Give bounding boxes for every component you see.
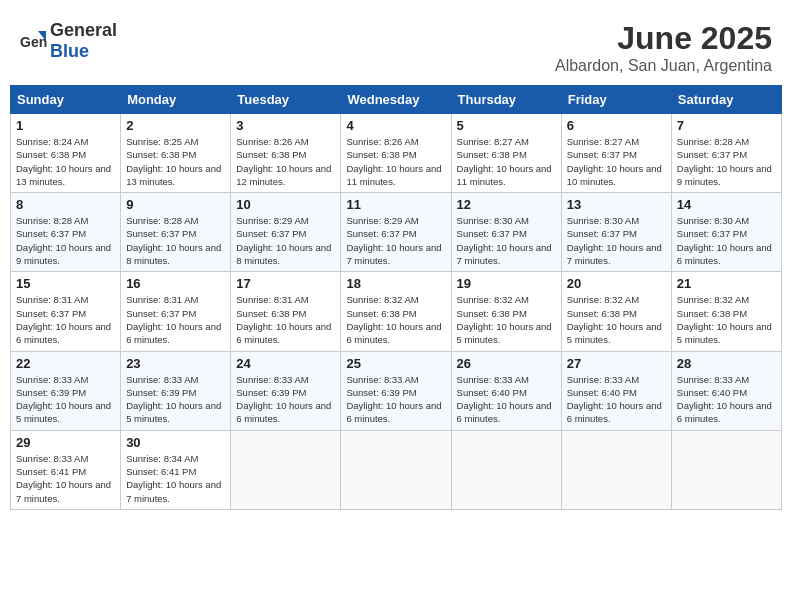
calendar-week-row: 8Sunrise: 8:28 AMSunset: 6:37 PMDaylight… [11, 193, 782, 272]
day-number: 27 [567, 356, 666, 371]
day-info: Sunrise: 8:33 AMSunset: 6:40 PMDaylight:… [457, 373, 556, 426]
table-row: 28Sunrise: 8:33 AMSunset: 6:40 PMDayligh… [671, 351, 781, 430]
calendar-table: Sunday Monday Tuesday Wednesday Thursday… [10, 85, 782, 510]
header-row: Sunday Monday Tuesday Wednesday Thursday… [11, 86, 782, 114]
day-number: 12 [457, 197, 556, 212]
day-number: 13 [567, 197, 666, 212]
calendar-title: June 2025 [555, 20, 772, 57]
day-info: Sunrise: 8:33 AMSunset: 6:39 PMDaylight:… [16, 373, 115, 426]
table-row: 13Sunrise: 8:30 AMSunset: 6:37 PMDayligh… [561, 193, 671, 272]
table-row: 21Sunrise: 8:32 AMSunset: 6:38 PMDayligh… [671, 272, 781, 351]
table-row: 22Sunrise: 8:33 AMSunset: 6:39 PMDayligh… [11, 351, 121, 430]
day-info: Sunrise: 8:33 AMSunset: 6:39 PMDaylight:… [126, 373, 225, 426]
day-info: Sunrise: 8:30 AMSunset: 6:37 PMDaylight:… [457, 214, 556, 267]
day-info: Sunrise: 8:31 AMSunset: 6:38 PMDaylight:… [236, 293, 335, 346]
day-info: Sunrise: 8:32 AMSunset: 6:38 PMDaylight:… [567, 293, 666, 346]
day-number: 18 [346, 276, 445, 291]
table-row: 23Sunrise: 8:33 AMSunset: 6:39 PMDayligh… [121, 351, 231, 430]
table-row [561, 430, 671, 509]
table-row: 27Sunrise: 8:33 AMSunset: 6:40 PMDayligh… [561, 351, 671, 430]
day-number: 8 [16, 197, 115, 212]
day-number: 14 [677, 197, 776, 212]
day-info: Sunrise: 8:28 AMSunset: 6:37 PMDaylight:… [677, 135, 776, 188]
day-number: 17 [236, 276, 335, 291]
day-info: Sunrise: 8:33 AMSunset: 6:41 PMDaylight:… [16, 452, 115, 505]
day-info: Sunrise: 8:32 AMSunset: 6:38 PMDaylight:… [457, 293, 556, 346]
table-row [671, 430, 781, 509]
day-number: 6 [567, 118, 666, 133]
calendar-subtitle: Albardon, San Juan, Argentina [555, 57, 772, 75]
table-row: 14Sunrise: 8:30 AMSunset: 6:37 PMDayligh… [671, 193, 781, 272]
table-row: 2Sunrise: 8:25 AMSunset: 6:38 PMDaylight… [121, 114, 231, 193]
day-number: 28 [677, 356, 776, 371]
day-info: Sunrise: 8:24 AMSunset: 6:38 PMDaylight:… [16, 135, 115, 188]
table-row: 10Sunrise: 8:29 AMSunset: 6:37 PMDayligh… [231, 193, 341, 272]
table-row: 30Sunrise: 8:34 AMSunset: 6:41 PMDayligh… [121, 430, 231, 509]
table-row: 9Sunrise: 8:28 AMSunset: 6:37 PMDaylight… [121, 193, 231, 272]
day-number: 19 [457, 276, 556, 291]
day-number: 11 [346, 197, 445, 212]
header-friday: Friday [561, 86, 671, 114]
day-number: 15 [16, 276, 115, 291]
logo-general: General [50, 20, 117, 40]
table-row: 29Sunrise: 8:33 AMSunset: 6:41 PMDayligh… [11, 430, 121, 509]
day-number: 20 [567, 276, 666, 291]
day-number: 5 [457, 118, 556, 133]
day-info: Sunrise: 8:33 AMSunset: 6:40 PMDaylight:… [567, 373, 666, 426]
logo: Gen General Blue [20, 20, 117, 62]
day-number: 23 [126, 356, 225, 371]
table-row: 17Sunrise: 8:31 AMSunset: 6:38 PMDayligh… [231, 272, 341, 351]
calendar-week-row: 22Sunrise: 8:33 AMSunset: 6:39 PMDayligh… [11, 351, 782, 430]
table-row: 6Sunrise: 8:27 AMSunset: 6:37 PMDaylight… [561, 114, 671, 193]
table-row: 11Sunrise: 8:29 AMSunset: 6:37 PMDayligh… [341, 193, 451, 272]
day-info: Sunrise: 8:26 AMSunset: 6:38 PMDaylight:… [236, 135, 335, 188]
table-row: 20Sunrise: 8:32 AMSunset: 6:38 PMDayligh… [561, 272, 671, 351]
day-info: Sunrise: 8:31 AMSunset: 6:37 PMDaylight:… [126, 293, 225, 346]
header-wednesday: Wednesday [341, 86, 451, 114]
day-info: Sunrise: 8:32 AMSunset: 6:38 PMDaylight:… [677, 293, 776, 346]
title-block: June 2025 Albardon, San Juan, Argentina [555, 20, 772, 75]
day-number: 2 [126, 118, 225, 133]
table-row [341, 430, 451, 509]
header-monday: Monday [121, 86, 231, 114]
table-row: 25Sunrise: 8:33 AMSunset: 6:39 PMDayligh… [341, 351, 451, 430]
day-number: 30 [126, 435, 225, 450]
table-row: 7Sunrise: 8:28 AMSunset: 6:37 PMDaylight… [671, 114, 781, 193]
table-row: 4Sunrise: 8:26 AMSunset: 6:38 PMDaylight… [341, 114, 451, 193]
header: Gen General Blue June 2025 Albardon, San… [10, 10, 782, 80]
calendar-week-row: 29Sunrise: 8:33 AMSunset: 6:41 PMDayligh… [11, 430, 782, 509]
day-info: Sunrise: 8:33 AMSunset: 6:39 PMDaylight:… [236, 373, 335, 426]
day-info: Sunrise: 8:34 AMSunset: 6:41 PMDaylight:… [126, 452, 225, 505]
table-row: 3Sunrise: 8:26 AMSunset: 6:38 PMDaylight… [231, 114, 341, 193]
day-number: 25 [346, 356, 445, 371]
day-info: Sunrise: 8:27 AMSunset: 6:38 PMDaylight:… [457, 135, 556, 188]
day-number: 10 [236, 197, 335, 212]
day-info: Sunrise: 8:30 AMSunset: 6:37 PMDaylight:… [677, 214, 776, 267]
day-number: 29 [16, 435, 115, 450]
day-number: 24 [236, 356, 335, 371]
day-number: 1 [16, 118, 115, 133]
day-info: Sunrise: 8:29 AMSunset: 6:37 PMDaylight:… [236, 214, 335, 267]
day-number: 4 [346, 118, 445, 133]
table-row: 24Sunrise: 8:33 AMSunset: 6:39 PMDayligh… [231, 351, 341, 430]
header-thursday: Thursday [451, 86, 561, 114]
table-row: 12Sunrise: 8:30 AMSunset: 6:37 PMDayligh… [451, 193, 561, 272]
table-row: 15Sunrise: 8:31 AMSunset: 6:37 PMDayligh… [11, 272, 121, 351]
table-row: 18Sunrise: 8:32 AMSunset: 6:38 PMDayligh… [341, 272, 451, 351]
day-number: 26 [457, 356, 556, 371]
day-info: Sunrise: 8:31 AMSunset: 6:37 PMDaylight:… [16, 293, 115, 346]
day-info: Sunrise: 8:33 AMSunset: 6:39 PMDaylight:… [346, 373, 445, 426]
table-row: 26Sunrise: 8:33 AMSunset: 6:40 PMDayligh… [451, 351, 561, 430]
day-info: Sunrise: 8:28 AMSunset: 6:37 PMDaylight:… [126, 214, 225, 267]
table-row: 8Sunrise: 8:28 AMSunset: 6:37 PMDaylight… [11, 193, 121, 272]
day-number: 21 [677, 276, 776, 291]
table-row: 1Sunrise: 8:24 AMSunset: 6:38 PMDaylight… [11, 114, 121, 193]
day-info: Sunrise: 8:28 AMSunset: 6:37 PMDaylight:… [16, 214, 115, 267]
day-number: 7 [677, 118, 776, 133]
calendar-week-row: 15Sunrise: 8:31 AMSunset: 6:37 PMDayligh… [11, 272, 782, 351]
day-info: Sunrise: 8:30 AMSunset: 6:37 PMDaylight:… [567, 214, 666, 267]
day-info: Sunrise: 8:33 AMSunset: 6:40 PMDaylight:… [677, 373, 776, 426]
header-sunday: Sunday [11, 86, 121, 114]
day-info: Sunrise: 8:25 AMSunset: 6:38 PMDaylight:… [126, 135, 225, 188]
day-info: Sunrise: 8:26 AMSunset: 6:38 PMDaylight:… [346, 135, 445, 188]
